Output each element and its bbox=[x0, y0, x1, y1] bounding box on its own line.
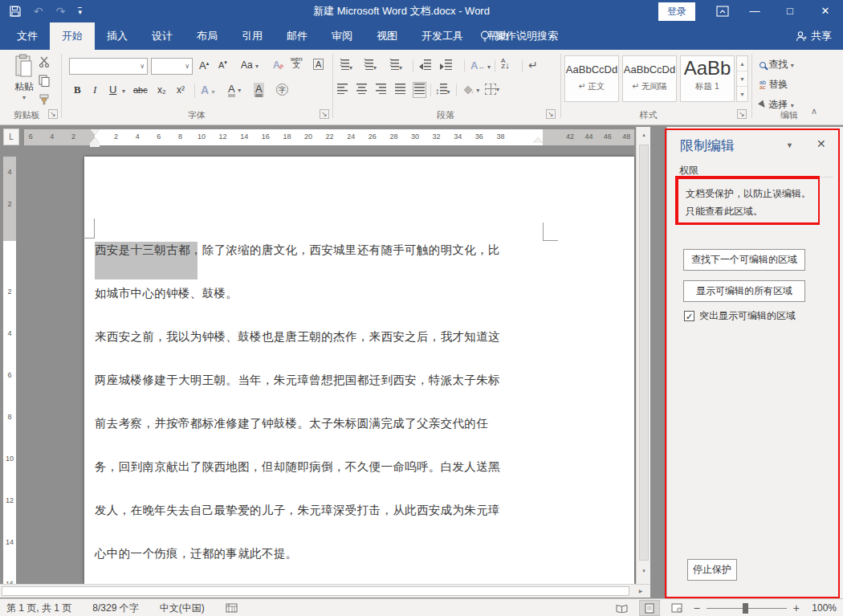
undo-icon[interactable]: ↶ bbox=[34, 6, 43, 17]
styles-gallery-expand-icon[interactable]: ▼ bbox=[737, 87, 747, 102]
distribute-button[interactable] bbox=[413, 82, 426, 98]
word-count[interactable]: 8/329 个字 bbox=[92, 602, 138, 615]
sort-button[interactable]: AZ↓ bbox=[501, 58, 510, 69]
grow-font-button[interactable]: A▴ bbox=[199, 59, 209, 71]
tab-审阅[interactable]: 审阅 bbox=[320, 22, 364, 50]
tab-布局[interactable]: 布局 bbox=[185, 22, 230, 50]
copy-icon[interactable] bbox=[39, 75, 50, 87]
font-dialog-launcher-icon[interactable]: ↘ bbox=[320, 109, 329, 119]
tab-开发工具[interactable]: 开发工具 bbox=[409, 22, 475, 50]
show-all-editable-regions-button[interactable]: 显示可编辑的所有区域 bbox=[683, 280, 805, 302]
style-无间隔[interactable]: AaBbCcDd↵ 无间隔 bbox=[622, 55, 677, 102]
scroll-up-icon[interactable]: ▲ bbox=[637, 129, 650, 141]
align-right-button[interactable] bbox=[376, 84, 386, 96]
proofing-icon[interactable] bbox=[226, 603, 238, 613]
align-left-button[interactable] bbox=[337, 84, 348, 96]
character-border-button[interactable]: A bbox=[313, 59, 324, 70]
hanging-indent-marker[interactable] bbox=[90, 137, 100, 143]
subscript-button[interactable]: x₂ bbox=[157, 84, 166, 96]
first-line-indent-marker[interactable] bbox=[90, 129, 100, 135]
styles-scroll-up-icon[interactable]: ▲ bbox=[737, 56, 747, 71]
replace-button[interactable]: abac 替换 bbox=[760, 78, 788, 92]
horizontal-ruler[interactable]: 6422468101214161820222426283032343638424… bbox=[24, 129, 634, 145]
styles-scroll-down-icon[interactable]: ▼ bbox=[737, 71, 747, 87]
cut-icon[interactable] bbox=[39, 56, 51, 67]
font-size-combobox[interactable]: ∨ bbox=[151, 58, 193, 75]
read-mode-view-icon[interactable] bbox=[612, 600, 633, 616]
vertical-scrollbar[interactable]: ▲ ▼ bbox=[636, 127, 650, 584]
phonetic-guide-button[interactable]: wén文 bbox=[291, 56, 303, 68]
line-spacing-button[interactable]: ↕▾ bbox=[435, 84, 450, 96]
save-icon[interactable] bbox=[10, 6, 21, 17]
paragraph-dialog-launcher-icon[interactable]: ↘ bbox=[546, 109, 556, 119]
ribbon-display-options-icon[interactable] bbox=[716, 6, 729, 17]
tab-文件[interactable]: 文件 bbox=[5, 22, 50, 50]
bold-button[interactable]: B bbox=[74, 84, 81, 96]
text-effects-button[interactable]: A ▾ bbox=[201, 84, 215, 96]
font-name-dropdown-icon[interactable]: ∨ bbox=[140, 63, 145, 70]
borders-button[interactable]: ▾ bbox=[485, 83, 499, 95]
asian-layout-button[interactable]: A↔ ▾ bbox=[470, 59, 491, 71]
zoom-percentage[interactable]: 100% bbox=[806, 602, 837, 614]
close-button[interactable]: ✕ bbox=[808, 0, 843, 22]
share-button[interactable]: 共享 bbox=[796, 29, 832, 43]
horizontal-scrollbar[interactable]: ▶ bbox=[0, 584, 650, 598]
zoom-out-button[interactable]: − bbox=[694, 602, 700, 614]
font-color-button[interactable]: A bbox=[254, 83, 264, 97]
underline-button[interactable]: U bbox=[109, 84, 116, 96]
tab-开始[interactable]: 开始 bbox=[50, 22, 95, 50]
tab-selector[interactable]: L bbox=[3, 129, 19, 145]
bullets-button[interactable]: ▾ bbox=[339, 59, 352, 72]
zoom-slider-thumb[interactable] bbox=[743, 603, 748, 614]
numbering-button[interactable]: ▾ bbox=[363, 59, 377, 72]
clipboard-dialog-launcher-icon[interactable]: ↘ bbox=[48, 109, 58, 119]
print-layout-view-icon[interactable] bbox=[639, 600, 660, 616]
shrink-font-button[interactable]: A▾ bbox=[218, 59, 227, 70]
customize-quick-access-icon[interactable]: ▾ bbox=[78, 7, 82, 16]
vertical-scrollbar-thumb[interactable] bbox=[639, 145, 649, 561]
tab-设计[interactable]: 设计 bbox=[140, 22, 185, 50]
collapse-ribbon-icon[interactable]: ∧ bbox=[811, 106, 817, 116]
justify-button[interactable] bbox=[395, 84, 405, 96]
language-indicator[interactable]: 中文(中国) bbox=[160, 602, 205, 615]
web-layout-view-icon[interactable] bbox=[666, 600, 687, 616]
panel-options-dropdown-icon[interactable]: ▼ bbox=[786, 141, 793, 149]
enclose-characters-button[interactable]: 字 bbox=[276, 84, 288, 96]
find-next-editable-region-button[interactable]: 查找下一个可编辑的区域 bbox=[683, 249, 805, 271]
strikethrough-button[interactable]: abc bbox=[133, 85, 148, 95]
find-button[interactable]: 查找 ▾ bbox=[760, 58, 794, 71]
tab-插入[interactable]: 插入 bbox=[95, 22, 140, 50]
page-indicator[interactable]: 第 1 页, 共 1 页 bbox=[6, 602, 71, 615]
right-indent-marker[interactable] bbox=[533, 137, 543, 143]
paste-button[interactable]: 粘贴 ▾ bbox=[8, 54, 40, 115]
tab-视图[interactable]: 视图 bbox=[364, 22, 409, 50]
clear-formatting-button[interactable]: A bbox=[273, 59, 283, 71]
font-name-combobox[interactable]: ∨ bbox=[69, 58, 148, 75]
style-标题 1[interactable]: AaBb标题 1 bbox=[680, 55, 735, 102]
underline-dropdown-icon[interactable]: ▾ bbox=[122, 88, 125, 95]
paste-dropdown-icon[interactable]: ▾ bbox=[8, 94, 40, 101]
format-painter-icon[interactable] bbox=[39, 94, 51, 106]
multilevel-list-button[interactable]: ▾ bbox=[389, 59, 402, 72]
styles-dialog-launcher-icon[interactable]: ↘ bbox=[737, 109, 747, 119]
tell-me-search[interactable]: 操作说明搜索 bbox=[480, 29, 558, 43]
font-size-dropdown-icon[interactable]: ∨ bbox=[185, 63, 189, 70]
vertical-ruler[interactable]: 42246810121416 bbox=[3, 157, 16, 584]
shading-button[interactable]: ▾ bbox=[462, 84, 479, 95]
panel-close-icon[interactable]: ✕ bbox=[817, 137, 826, 150]
stop-protection-button[interactable]: 停止保护 bbox=[687, 559, 737, 581]
scroll-down-icon[interactable]: ▼ bbox=[637, 565, 650, 577]
maximize-button[interactable]: □ bbox=[772, 0, 808, 22]
highlight-regions-checkbox[interactable]: ✓ bbox=[684, 311, 694, 321]
horizontal-scrollbar-thumb[interactable] bbox=[2, 586, 629, 596]
change-case-button[interactable]: Aa ▾ bbox=[241, 59, 259, 71]
redo-icon[interactable]: ↷ bbox=[56, 6, 66, 17]
zoom-slider[interactable] bbox=[707, 600, 787, 616]
text-highlight-button[interactable]: A ▾ bbox=[228, 83, 241, 97]
tab-引用[interactable]: 引用 bbox=[230, 22, 275, 50]
style-正文[interactable]: AaBbCcDd↵ 正文 bbox=[564, 55, 619, 102]
decrease-indent-button[interactable] bbox=[419, 59, 431, 72]
minimize-button[interactable]: — bbox=[737, 0, 772, 22]
align-center-button[interactable] bbox=[356, 84, 367, 96]
zoom-in-button[interactable]: + bbox=[793, 602, 800, 614]
